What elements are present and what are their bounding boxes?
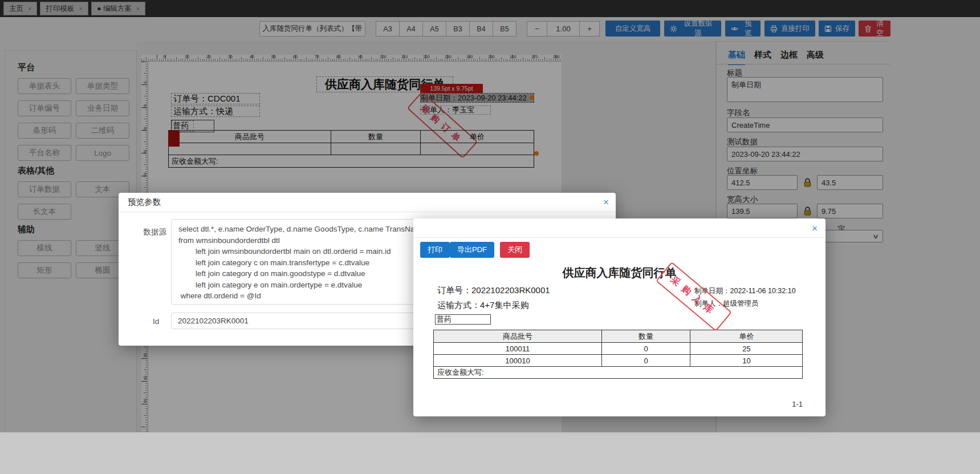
modal-header: 预览参数 xyxy=(119,193,616,212)
preview-table-row: 100011 0 25 xyxy=(434,342,802,354)
modal-title: 预览参数 xyxy=(128,197,161,208)
preview-table-header: 单价 xyxy=(690,330,803,342)
close-icon[interactable]: × xyxy=(812,224,818,233)
page-number: 1-1 xyxy=(792,400,803,408)
table-cell: 10 xyxy=(690,354,803,366)
export-pdf-button[interactable]: 导出PDF xyxy=(450,242,494,258)
id-label: Id xyxy=(153,317,159,326)
preview-table-row: 100010 0 10 xyxy=(434,354,802,366)
preview-table: 商品批号 数量 单价 100011 0 25 100010 0 10 应收金额大… xyxy=(433,330,803,379)
modal-header xyxy=(413,218,826,238)
preview-transport: 运输方式：4+7集中采购 xyxy=(437,300,528,311)
table-cell: 100010 xyxy=(434,354,602,366)
close-preview-button[interactable]: 关闭 xyxy=(500,242,530,258)
table-cell: 25 xyxy=(690,342,803,354)
print-button[interactable]: 打印 xyxy=(420,242,450,258)
table-cell: 0 xyxy=(602,342,690,354)
close-icon[interactable]: × xyxy=(603,197,609,207)
preview-table-footer: 应收金额大写: xyxy=(434,366,802,378)
datasource-label: 数据源 xyxy=(135,227,166,237)
preview-doc-title: 供应商入库随货同行单 xyxy=(413,265,826,281)
preview-table-header: 商品批号 xyxy=(434,330,602,342)
preview-table-header: 数量 xyxy=(602,330,690,342)
preview-drug-type: 普药 xyxy=(435,314,491,325)
table-cell: 0 xyxy=(602,354,690,366)
preview-order-no: 订单号：2022102203RK0001 xyxy=(437,285,550,296)
status-strip xyxy=(0,432,980,474)
table-cell: 100011 xyxy=(434,342,602,354)
print-preview-modal: × 打印 导出PDF 关闭 供应商入库随货同行单 订单号：2022102203R… xyxy=(413,218,826,416)
